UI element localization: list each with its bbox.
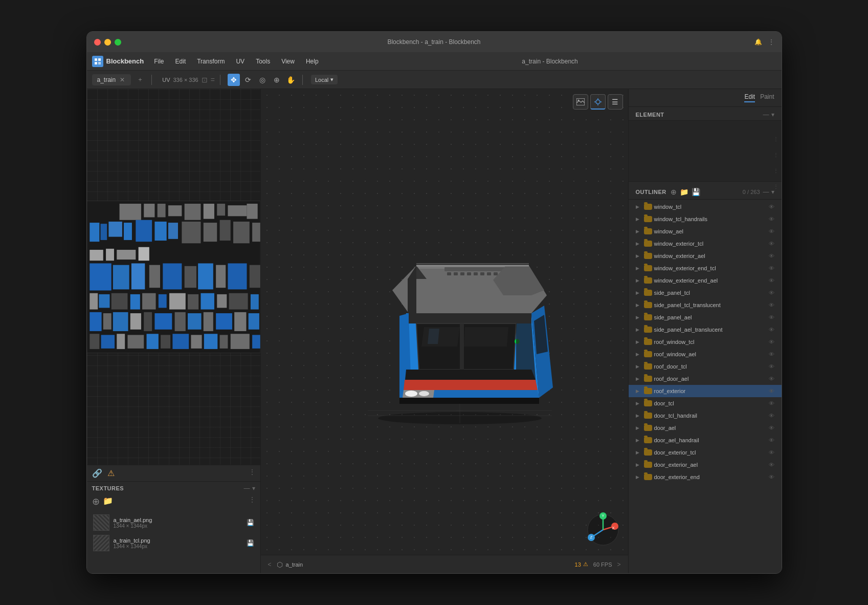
menu-view[interactable]: View: [276, 56, 300, 67]
tab-close-icon[interactable]: ✕: [119, 76, 126, 83]
outliner-item[interactable]: ▶ window_exterior_end_ael 👁: [629, 274, 782, 287]
visibility-icon[interactable]: 👁: [769, 339, 774, 345]
outliner-item[interactable]: ▶ door_exterior_ael 👁: [629, 459, 782, 471]
visibility-icon[interactable]: 👁: [769, 265, 774, 271]
maximize-button[interactable]: [115, 39, 121, 46]
outliner-item[interactable]: ▶ door_tcl_handrail 👁: [629, 409, 782, 422]
textures-minus-icon[interactable]: —: [244, 485, 250, 492]
more-options-icon[interactable]: ⋮: [249, 468, 255, 478]
visibility-icon[interactable]: 👁: [769, 314, 774, 320]
outliner-item[interactable]: ▶ side_panel_ael_translucent 👁: [629, 323, 782, 336]
outliner-item[interactable]: ▶ roof_door_ael 👁: [629, 373, 782, 385]
uv-canvas[interactable]: [87, 89, 260, 465]
outliner-item[interactable]: ▶ roof_window_tcl 👁: [629, 336, 782, 348]
texture-item-1[interactable]: a_train_tcl.png 1344 × 1344px 💾: [91, 533, 256, 553]
visibility-icon[interactable]: 👁: [769, 413, 774, 419]
visibility-icon[interactable]: 👁: [769, 376, 774, 382]
visibility-icon[interactable]: 👁: [769, 462, 774, 468]
menu-tools[interactable]: Tools: [251, 56, 275, 67]
outliner-item[interactable]: ▶ door_exterior_tcl 👁: [629, 446, 782, 459]
svg-rect-97: [487, 272, 491, 275]
orbit-tool[interactable]: ◎: [256, 74, 269, 86]
visibility-icon[interactable]: 👁: [769, 351, 774, 357]
outliner-item[interactable]: ▶ window_ael 👁: [629, 225, 782, 237]
visibility-icon[interactable]: 👁: [769, 400, 774, 406]
visibility-icon[interactable]: 👁: [769, 228, 774, 234]
xyz-gizmo[interactable]: X Y Z: [585, 512, 621, 548]
menu-transform[interactable]: Transform: [192, 56, 230, 67]
rotate-tool[interactable]: ⟳: [242, 74, 254, 86]
viewport-light-btn[interactable]: [590, 94, 606, 110]
viewport-image-btn[interactable]: [573, 94, 588, 110]
folder-texture-icon[interactable]: 📁: [103, 496, 113, 507]
outliner-item[interactable]: ▶ window_tcl_handrails 👁: [629, 213, 782, 225]
outliner-add-icon[interactable]: ⊕: [671, 188, 677, 196]
outliner-save-icon[interactable]: 💾: [692, 188, 700, 196]
notification-icon[interactable]: 🔔: [754, 38, 762, 46]
visibility-icon[interactable]: 👁: [769, 302, 774, 308]
visibility-icon[interactable]: 👁: [769, 437, 774, 443]
visibility-icon[interactable]: 👁: [769, 449, 774, 456]
outliner-item[interactable]: ▶ window_exterior_ael 👁: [629, 250, 782, 262]
outliner-item[interactable]: ▶ door_exterior_end 👁: [629, 471, 782, 483]
menu-edit[interactable]: Edit: [170, 56, 191, 67]
outliner-item[interactable]: ▶ roof_exterior 👁: [629, 385, 782, 397]
pan-tool[interactable]: ✋: [285, 74, 297, 86]
minimize-button[interactable]: [104, 39, 111, 46]
add-texture-icon[interactable]: ⊕: [92, 496, 100, 507]
outliner-item[interactable]: ▶ window_exterior_end_tcl 👁: [629, 262, 782, 274]
outliner-item[interactable]: ▶ door_ael_handrail 👁: [629, 434, 782, 446]
viewport-menu-btn[interactable]: ☰: [608, 94, 623, 110]
outliner-item[interactable]: ▶ side_panel_tcl 👁: [629, 287, 782, 299]
visibility-icon[interactable]: 👁: [769, 241, 774, 247]
outliner-folder-icon[interactable]: 📁: [680, 188, 688, 196]
nav-next[interactable]: >: [617, 561, 620, 568]
outliner-item[interactable]: ▶ roof_door_tcl 👁: [629, 360, 782, 373]
menu-help[interactable]: Help: [301, 56, 324, 67]
outliner-count: 0 / 263: [743, 189, 760, 195]
visibility-icon[interactable]: 👁: [769, 290, 774, 296]
outliner-item[interactable]: ▶ side_panel_tcl_translucent 👁: [629, 299, 782, 311]
outliner-item[interactable]: ▶ door_tcl 👁: [629, 397, 782, 409]
visibility-icon[interactable]: 👁: [769, 204, 774, 210]
outliner-item[interactable]: ▶ window_exterior_tcl 👁: [629, 237, 782, 250]
outliner-item[interactable]: ▶ roof_window_ael 👁: [629, 348, 782, 360]
texture-save-1[interactable]: 💾: [247, 539, 254, 547]
texture-item-0[interactable]: a_train_ael.png 1344 × 1344px 💾: [91, 512, 256, 533]
textures-chevron-icon[interactable]: ▾: [252, 485, 255, 492]
local-dropdown[interactable]: Local ▾: [311, 75, 338, 84]
link-icon[interactable]: 🔗: [92, 468, 102, 478]
close-button[interactable]: [94, 39, 101, 46]
visibility-icon[interactable]: 👁: [769, 277, 774, 284]
visibility-icon[interactable]: 👁: [769, 363, 774, 370]
visibility-icon[interactable]: 👁: [769, 425, 774, 431]
outliner-item[interactable]: ▶ side_panel_ael 👁: [629, 311, 782, 323]
visibility-icon[interactable]: 👁: [769, 388, 774, 394]
zoom-tool[interactable]: ⊕: [271, 74, 283, 86]
visibility-icon[interactable]: 👁: [769, 327, 774, 333]
tab-add-button[interactable]: ＋: [134, 74, 146, 85]
visibility-icon[interactable]: 👁: [769, 474, 774, 480]
outliner-item[interactable]: ▶ window_tcl 👁: [629, 201, 782, 213]
element-chevron-icon[interactable]: ▾: [771, 111, 774, 118]
element-minus-icon[interactable]: —: [763, 111, 769, 118]
tab-atrain[interactable]: a_train ✕: [92, 74, 131, 85]
texture-more-icon[interactable]: ⋮: [249, 496, 255, 507]
tab-paint[interactable]: Paint: [760, 93, 774, 102]
tab-edit[interactable]: Edit: [744, 93, 755, 102]
menu-file[interactable]: File: [149, 56, 169, 67]
warning-icon[interactable]: ⚠: [107, 468, 115, 478]
move-tool[interactable]: ✥: [228, 74, 240, 86]
texture-save-0[interactable]: 💾: [247, 519, 254, 526]
visibility-icon[interactable]: 👁: [769, 253, 774, 259]
more-icon[interactable]: ⋮: [768, 38, 774, 46]
viewport[interactable]: ☰: [261, 89, 628, 573]
tab-label: a_train: [97, 76, 116, 83]
outliner-chevron-icon[interactable]: ▾: [771, 188, 774, 196]
outliner-item[interactable]: ▶ door_ael 👁: [629, 422, 782, 434]
outliner-minus-icon[interactable]: —: [763, 188, 769, 196]
outliner-chevron-icon: ▶: [636, 339, 642, 344]
visibility-icon[interactable]: 👁: [769, 216, 774, 222]
nav-prev[interactable]: <: [268, 561, 272, 568]
menu-uv[interactable]: UV: [231, 56, 250, 67]
